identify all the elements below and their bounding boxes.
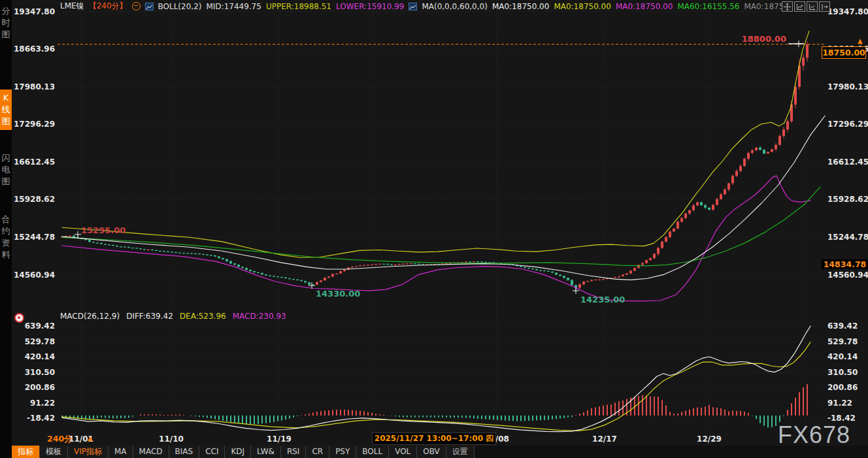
sidebar-item-4[interactable]: 合约资料 — [0, 214, 12, 261]
mini-chart-icon[interactable] — [409, 3, 417, 10]
toolbar-button-LW&[interactable]: LW& — [251, 446, 281, 458]
svg-text:420.14: 420.14 — [827, 352, 858, 361]
toolbar-button-BIAS[interactable]: BIAS — [169, 446, 200, 458]
sidebar-item-3[interactable]: 闪电图 — [0, 152, 12, 188]
sidebar-item-char: 约 — [2, 225, 10, 237]
sidebar-item-char: 资 — [2, 237, 10, 249]
svg-text:17980.13: 17980.13 — [827, 82, 868, 91]
x-axis-tick-label: 12/29 — [697, 434, 722, 444]
mini-chart-icon[interactable] — [145, 3, 154, 10]
indicator-value-3: LOWER:15910.99 — [336, 2, 404, 11]
extreme-markers — [75, 41, 804, 294]
svg-text:17296.29: 17296.29 — [827, 120, 868, 129]
candlestick-series — [61, 42, 809, 293]
sidebar-item-2[interactable]: K线图 — [0, 90, 12, 130]
svg-text:18663.96: 18663.96 — [14, 44, 55, 54]
high-price-annotation: 15295.00 — [81, 225, 125, 235]
toolbar-button-CR[interactable]: CR — [306, 446, 329, 458]
session-high-annotation: 18800.00 — [734, 34, 786, 44]
crosshair-date-tooltip: 2025/11/27 13:00~17:00 四 — [372, 433, 496, 445]
indicator-value-0: BOLL(20,2) — [158, 2, 202, 11]
svg-text:529.78: 529.78 — [25, 337, 55, 346]
macd-diff-value: DIFF:639.42 — [126, 312, 173, 321]
boll-mid-line — [62, 116, 825, 280]
toolbar-button-VIP指标[interactable]: VIP指标 — [68, 446, 108, 458]
svg-text:14560.94: 14560.94 — [827, 270, 868, 280]
indicator-toolbar: 指标模板VIP指标MAMACDBIASCCIKDJLW&RSICRPSYBOLL… — [12, 446, 868, 458]
chart-canvas[interactable]: 19347.8019347.8018663.9618663.9617980.13… — [0, 0, 868, 458]
svg-text:19347.80: 19347.80 — [827, 7, 868, 16]
toolbar-button-VOL[interactable]: VOL — [389, 446, 417, 458]
sidebar: 分时图K线图闪电图合约资料 — [0, 0, 12, 458]
svg-text:16612.45: 16612.45 — [827, 157, 868, 167]
toolbar-button-MACD[interactable]: MACD — [133, 446, 169, 458]
macd-dea-value: DEA:523.96 — [180, 312, 226, 321]
indicator-value-7: MA0:18750.00 — [616, 2, 673, 11]
macd-diff-line — [62, 326, 810, 432]
pop-out-icon[interactable] — [819, 1, 830, 12]
svg-text:639.42: 639.42 — [25, 321, 55, 331]
toolbar-button-RSI[interactable]: RSI — [281, 446, 307, 458]
indicator-values: BOLL(20,2)MID:17449.75UPPER:18988.51LOWE… — [145, 2, 792, 11]
toolbar-button-OBV[interactable]: OBV — [417, 446, 446, 458]
toolbar-button-KDJ[interactable]: KDJ — [225, 446, 251, 458]
svg-text:310.50: 310.50 — [827, 368, 858, 377]
toolbar-button-PSY[interactable]: PSY — [329, 446, 356, 458]
play-forward-icon[interactable] — [807, 1, 818, 12]
toolbar-button-CCI[interactable]: CCI — [199, 446, 225, 458]
x-axis-tick-label: 12/17 — [592, 434, 617, 444]
sidebar-item-char: 图 — [2, 116, 10, 127]
symbol-name: LME镍 — [60, 1, 84, 12]
svg-text:-18.42: -18.42 — [827, 414, 856, 423]
sidebar-item-char: 图 — [2, 176, 10, 188]
macd-dea-line — [62, 342, 810, 431]
sidebar-item-char: 合 — [2, 214, 10, 225]
indicator-value-1: MID:17449.75 — [206, 2, 261, 11]
svg-text:19347.80: 19347.80 — [14, 7, 55, 16]
boll-lower-line — [62, 176, 810, 301]
svg-text:16612.45: 16612.45 — [14, 157, 55, 167]
last-price-box[interactable]: 18750.00 — [822, 46, 866, 59]
right-price-label: 14834.78 — [822, 259, 868, 269]
svg-text:310.50: 310.50 — [25, 368, 55, 377]
indicator-value-8: MA60:16155.56 — [677, 2, 739, 11]
y-axis-labels: 19347.8019347.8018663.9618663.9617980.13… — [14, 7, 868, 423]
sidebar-item-char: K — [3, 92, 9, 104]
low-price-annotation-2: 14235.00 — [580, 295, 625, 304]
macd-header: MACD(26,12,9) DIFF:639.42 DEA:523.96 MAC… — [60, 312, 286, 321]
toolbar-button-模板[interactable]: 模板 — [40, 446, 68, 458]
svg-text:15244.78: 15244.78 — [14, 233, 55, 242]
interval-up-arrow-icon[interactable]: ▲ — [88, 434, 93, 442]
indicator-value-4: MA(0,0,0,60,0,0) — [422, 2, 487, 11]
macd-macd-value: MACD:230.93 — [233, 312, 286, 321]
svg-text:17980.13: 17980.13 — [14, 82, 55, 91]
toolbar-button-BOLL[interactable]: BOLL — [356, 446, 389, 458]
low-price-annotation-1: 14330.00 — [316, 289, 360, 299]
svg-text:14560.94: 14560.94 — [14, 270, 55, 280]
pan-icon[interactable] — [782, 1, 793, 12]
indicator-value-2: UPPER:18988.51 — [266, 2, 331, 11]
sidebar-item-char: 图 — [2, 29, 10, 41]
toolbar-button-MA[interactable]: MA — [108, 446, 133, 458]
svg-text:91.22: 91.22 — [30, 399, 55, 408]
ma60-line — [62, 187, 820, 266]
svg-text:420.14: 420.14 — [25, 352, 55, 361]
sidebar-item-char: 电 — [2, 164, 10, 176]
xaxis-interval-label[interactable]: 240分 — [47, 434, 73, 445]
interval-badge: 【240分】 — [89, 1, 127, 12]
macd-title: MACD(26,12,9) — [60, 312, 120, 321]
sidebar-item-char: 线 — [2, 104, 10, 116]
svg-text:529.78: 529.78 — [827, 337, 858, 346]
svg-text:15244.78: 15244.78 — [827, 233, 868, 242]
svg-text:15928.62: 15928.62 — [827, 195, 868, 204]
toolbar-button-设置[interactable]: 设置 — [446, 446, 475, 458]
price-up-arrow-icon: ▲ — [858, 37, 863, 44]
toolbar-button-指标[interactable]: 指标 — [12, 446, 40, 458]
macd-target-icon[interactable] — [14, 313, 24, 323]
sidebar-item-1[interactable]: 分时图 — [0, 5, 12, 41]
zoom-range-icon[interactable] — [794, 1, 805, 12]
zoom-out-icon[interactable]: − — [132, 2, 141, 10]
sidebar-item-char: 闪 — [2, 152, 10, 164]
svg-text:-18.42: -18.42 — [27, 414, 55, 423]
indicator-value-5: MA0:18750.00 — [492, 2, 550, 11]
